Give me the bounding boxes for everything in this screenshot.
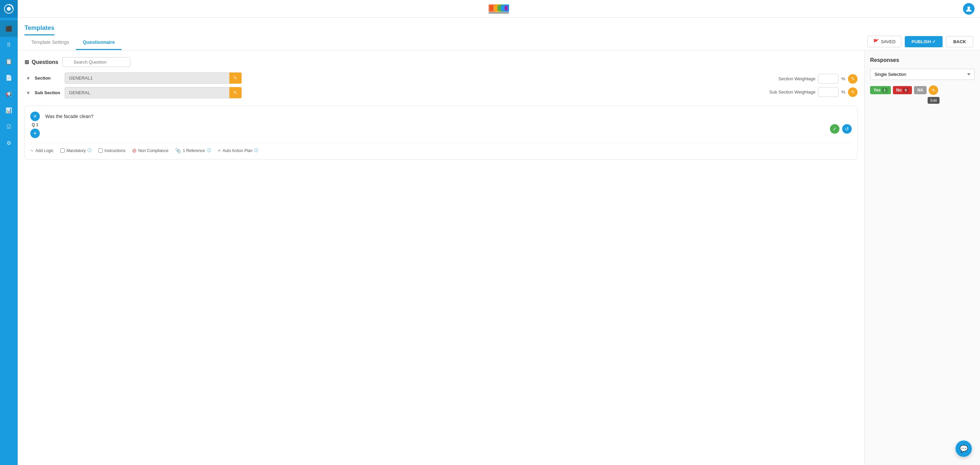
publish-label: PUBLISH ✓	[912, 39, 936, 44]
breadcrumb[interactable]: Templates	[24, 21, 54, 35]
edit-tooltip: Edit	[928, 97, 940, 104]
question-block-inner: + Q 1 + Was the facade clean? ✓ ↺	[30, 111, 852, 138]
sub-section-weightage-row: Sub Section Weightage % ✎	[762, 87, 858, 97]
pencil-icon-w1: ✎	[851, 76, 855, 81]
svg-point-2	[967, 6, 970, 9]
yes-badge[interactable]: Yes 1	[870, 86, 891, 94]
tab-questionnaire[interactable]: Questionnaire	[76, 35, 121, 50]
refresh-icon[interactable]: ↺	[842, 124, 852, 134]
section-weightage-row: Section Weightage % ✎	[762, 74, 858, 84]
na-label: NA	[917, 88, 923, 92]
home-icon: ⬛	[5, 25, 12, 32]
logo-image	[488, 5, 509, 12]
saved-button[interactable]: 🚩 SAVED	[867, 36, 901, 47]
instructions-item[interactable]: Instructions	[98, 148, 125, 153]
chat-icon: 💬	[959, 444, 968, 453]
response-type-select[interactable]: Single Selection	[870, 69, 975, 80]
no-label: No	[896, 88, 902, 92]
plus-icon: +	[218, 148, 221, 154]
non-compliance-item[interactable]: ⊘ Non Compliance	[132, 147, 169, 154]
settings-icon: ⚙	[6, 140, 11, 146]
topbar-logo	[488, 5, 509, 13]
section-input-wrapper: ✎	[65, 73, 242, 84]
mandatory-checkbox[interactable]	[60, 148, 65, 153]
question-block: + Q 1 + Was the facade clean? ✓ ↺	[24, 106, 858, 160]
topbar-underline	[488, 13, 509, 13]
sub-section-label: Sub Section	[35, 90, 62, 95]
tab-bar: Template Settings Questionnaire	[24, 35, 121, 50]
flag-icon: 🚩	[873, 39, 879, 44]
grid-icon: ⊞	[24, 59, 29, 65]
section-input[interactable]	[65, 73, 242, 84]
mandatory-info-icon: ⓘ	[88, 148, 92, 153]
tab-template-settings[interactable]: Template Settings	[24, 35, 76, 50]
section-weightage-label: Section Weightage	[778, 76, 816, 81]
responses-panel: Responses Single Selection Yes 1 No 0 NA	[864, 50, 980, 465]
sub-section-input[interactable]	[65, 87, 242, 98]
announcements-icon: 📢	[5, 91, 12, 97]
questions-panel: ⊞ Questions ▼ Section	[18, 50, 864, 465]
responses-title: Responses	[870, 57, 975, 63]
mandatory-item[interactable]: Mandatory ⓘ	[60, 148, 92, 153]
sub-section-chevron[interactable]: ▼	[24, 89, 32, 97]
edit-response-button[interactable]: ✎	[929, 86, 938, 95]
sidebar-item-apps[interactable]: ⠿	[0, 37, 18, 53]
question-text: Was the facade clean?	[45, 113, 852, 120]
page-header: Templates Template Settings Questionnair…	[18, 18, 980, 50]
svg-point-1	[7, 7, 11, 11]
section-weightage-input[interactable]	[818, 74, 838, 84]
chat-button[interactable]: 💬	[956, 441, 972, 457]
sidebar-item-home[interactable]: ⬛	[0, 21, 18, 37]
page-icon: 📄	[5, 75, 12, 81]
tab-actions: 🚩 SAVED PUBLISH ✓ BACK	[867, 36, 973, 50]
add-logic-item[interactable]: ⤷ Add Logic	[30, 148, 53, 153]
sidebar-item-page[interactable]: 📄	[0, 70, 18, 86]
instructions-checkbox[interactable]	[98, 148, 103, 153]
sub-section-weightage-btn[interactable]: ✎	[848, 87, 858, 97]
panel-title: ⊞ Questions	[24, 59, 58, 65]
sub-section-weightage-label: Sub Section Weightage	[769, 89, 816, 95]
add-below-button[interactable]: +	[30, 129, 40, 138]
section-row: ▼ Section ✎	[24, 73, 756, 84]
section-weightage-btn[interactable]: ✎	[848, 74, 858, 84]
na-badge[interactable]: NA	[914, 86, 927, 94]
sub-section-edit-button[interactable]: ✎	[229, 87, 242, 98]
pencil-icon-w2: ✎	[851, 89, 855, 95]
add-above-button[interactable]: +	[30, 111, 40, 121]
back-button[interactable]: BACK	[946, 36, 973, 47]
check-icon[interactable]: ✓	[830, 124, 840, 134]
pencil-icon: ✎	[234, 76, 237, 81]
content-area: ⊞ Questions ▼ Section	[18, 50, 980, 465]
sub-section-weightage-input[interactable]	[818, 87, 838, 97]
response-badges: Yes 1 No 0 NA ✎ Edit	[870, 86, 975, 95]
section-edit-button[interactable]: ✎	[229, 73, 242, 84]
pencil-icon-sub: ✎	[234, 90, 237, 95]
panel-header: ⊞ Questions	[24, 57, 858, 67]
question-text-area: Was the facade clean? ✓ ↺	[45, 111, 852, 138]
auto-action-plan-item[interactable]: + Auto Action Plan ⓘ	[218, 148, 258, 154]
sidebar-item-analytics[interactable]: 📊	[0, 102, 18, 118]
search-input[interactable]	[62, 57, 130, 67]
no-badge[interactable]: No 0	[893, 86, 912, 94]
user-avatar[interactable]	[963, 3, 975, 14]
topbar	[18, 0, 980, 18]
sidebar-item-settings[interactable]: ⚙	[0, 135, 18, 151]
no-count: 0	[903, 88, 908, 92]
documents-icon: 📋	[5, 58, 12, 65]
non-compliance-icon: ⊘	[132, 147, 137, 154]
sidebar: ⬛ ⠿ 📋 📄 📢 📊 ☑ ⚙	[0, 0, 18, 465]
search-wrapper	[62, 57, 130, 67]
sidebar-item-documents[interactable]: 📋	[0, 53, 18, 70]
sidebar-logo[interactable]	[0, 0, 18, 18]
sections-and-weightage: ▼ Section ✎ ▼ Sub Section	[24, 73, 858, 102]
publish-button[interactable]: PUBLISH ✓	[905, 36, 943, 47]
sidebar-item-tasks[interactable]: ☑	[0, 118, 18, 135]
weightage-col: Section Weightage % ✎ Sub Section Weight…	[762, 73, 858, 97]
section-chevron[interactable]: ▼	[24, 74, 32, 83]
main-panel: Templates Template Settings Questionnair…	[18, 0, 980, 465]
sub-section-row: ▼ Sub Section ✎	[24, 87, 756, 98]
sidebar-nav: ⬛ ⠿ 📋 📄 📢 📊 ☑ ⚙	[0, 21, 18, 151]
reference-item[interactable]: 📎 1 Reference ⓘ	[175, 148, 211, 153]
sidebar-item-announcements[interactable]: 📢	[0, 86, 18, 102]
reference-info-icon: ⓘ	[207, 148, 211, 153]
